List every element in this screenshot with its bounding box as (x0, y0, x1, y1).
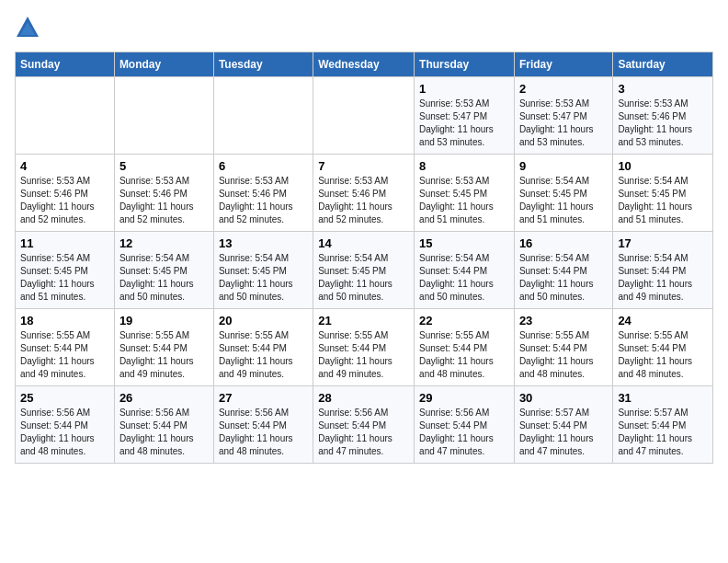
day-number: 28 (318, 391, 409, 405)
day-number: 4 (20, 159, 109, 173)
day-info: Sunrise: 5:55 AMSunset: 5:44 PMDaylight:… (519, 329, 608, 381)
day-number: 30 (519, 391, 608, 405)
calendar-cell: 9Sunrise: 5:54 AMSunset: 5:45 PMDaylight… (514, 155, 612, 232)
day-number: 17 (618, 236, 708, 250)
day-number: 5 (119, 159, 209, 173)
day-info: Sunrise: 5:56 AMSunset: 5:44 PMDaylight:… (419, 407, 509, 458)
calendar-cell: 27Sunrise: 5:56 AMSunset: 5:44 PMDayligh… (213, 386, 313, 464)
calendar-cell (114, 77, 213, 155)
calendar-cell: 11Sunrise: 5:54 AMSunset: 5:45 PMDayligh… (16, 232, 115, 309)
calendar-week-1: 1Sunrise: 5:53 AMSunset: 5:47 PMDaylight… (16, 77, 713, 155)
day-number: 22 (419, 314, 509, 327)
day-number: 16 (519, 236, 608, 250)
day-number: 19 (119, 314, 209, 327)
day-number: 18 (20, 314, 109, 327)
calendar-cell (213, 77, 313, 155)
day-info: Sunrise: 5:53 AMSunset: 5:46 PMDaylight:… (20, 175, 109, 226)
day-info: Sunrise: 5:53 AMSunset: 5:46 PMDaylight:… (618, 98, 708, 149)
day-number: 9 (519, 159, 608, 173)
calendar-cell: 16Sunrise: 5:54 AMSunset: 5:44 PMDayligh… (514, 232, 612, 309)
day-header-thursday: Thursday (415, 52, 515, 77)
calendar-cell: 7Sunrise: 5:53 AMSunset: 5:46 PMDaylight… (313, 155, 415, 232)
day-info: Sunrise: 5:55 AMSunset: 5:44 PMDaylight:… (618, 329, 708, 381)
calendar-cell: 25Sunrise: 5:56 AMSunset: 5:44 PMDayligh… (16, 386, 115, 464)
day-info: Sunrise: 5:56 AMSunset: 5:44 PMDaylight:… (318, 407, 409, 458)
day-number: 11 (20, 236, 109, 250)
day-header-monday: Monday (114, 52, 213, 77)
day-info: Sunrise: 5:54 AMSunset: 5:45 PMDaylight:… (119, 252, 209, 304)
day-header-saturday: Saturday (613, 52, 713, 77)
day-info: Sunrise: 5:55 AMSunset: 5:44 PMDaylight:… (219, 329, 308, 381)
calendar-cell: 6Sunrise: 5:53 AMSunset: 5:46 PMDaylight… (213, 155, 313, 232)
calendar-cell: 13Sunrise: 5:54 AMSunset: 5:45 PMDayligh… (213, 232, 313, 309)
day-number: 26 (119, 391, 209, 405)
day-number: 15 (419, 236, 509, 250)
calendar-week-3: 11Sunrise: 5:54 AMSunset: 5:45 PMDayligh… (16, 232, 713, 309)
calendar-cell: 28Sunrise: 5:56 AMSunset: 5:44 PMDayligh… (313, 386, 415, 464)
calendar-cell: 15Sunrise: 5:54 AMSunset: 5:44 PMDayligh… (415, 232, 515, 309)
day-number: 20 (219, 314, 308, 327)
day-info: Sunrise: 5:54 AMSunset: 5:45 PMDaylight:… (618, 175, 708, 226)
calendar-cell: 1Sunrise: 5:53 AMSunset: 5:47 PMDaylight… (415, 77, 515, 155)
day-info: Sunrise: 5:53 AMSunset: 5:46 PMDaylight:… (219, 175, 308, 226)
logo (15, 15, 44, 40)
day-info: Sunrise: 5:55 AMSunset: 5:44 PMDaylight:… (119, 329, 209, 381)
calendar-cell (313, 77, 415, 155)
calendar-cell: 23Sunrise: 5:55 AMSunset: 5:44 PMDayligh… (514, 309, 612, 386)
day-info: Sunrise: 5:54 AMSunset: 5:44 PMDaylight:… (618, 252, 708, 304)
calendar-week-2: 4Sunrise: 5:53 AMSunset: 5:46 PMDaylight… (16, 155, 713, 232)
day-info: Sunrise: 5:53 AMSunset: 5:46 PMDaylight:… (119, 175, 209, 226)
day-info: Sunrise: 5:53 AMSunset: 5:46 PMDaylight:… (318, 175, 409, 226)
day-info: Sunrise: 5:53 AMSunset: 5:47 PMDaylight:… (419, 98, 509, 149)
calendar-cell: 24Sunrise: 5:55 AMSunset: 5:44 PMDayligh… (613, 309, 713, 386)
day-info: Sunrise: 5:56 AMSunset: 5:44 PMDaylight:… (20, 407, 109, 458)
calendar-cell: 8Sunrise: 5:53 AMSunset: 5:45 PMDaylight… (415, 155, 515, 232)
day-info: Sunrise: 5:55 AMSunset: 5:44 PMDaylight:… (20, 329, 109, 381)
day-number: 27 (219, 391, 308, 405)
page-header (15, 15, 713, 40)
day-number: 12 (119, 236, 209, 250)
calendar-cell: 19Sunrise: 5:55 AMSunset: 5:44 PMDayligh… (114, 309, 213, 386)
day-info: Sunrise: 5:57 AMSunset: 5:44 PMDaylight:… (618, 407, 708, 458)
day-number: 23 (519, 314, 608, 327)
calendar-cell: 29Sunrise: 5:56 AMSunset: 5:44 PMDayligh… (415, 386, 515, 464)
day-info: Sunrise: 5:54 AMSunset: 5:45 PMDaylight:… (219, 252, 308, 304)
day-header-tuesday: Tuesday (213, 52, 313, 77)
day-number: 3 (618, 82, 708, 96)
day-info: Sunrise: 5:54 AMSunset: 5:44 PMDaylight:… (419, 252, 509, 304)
calendar-cell: 3Sunrise: 5:53 AMSunset: 5:46 PMDaylight… (613, 77, 713, 155)
day-info: Sunrise: 5:53 AMSunset: 5:45 PMDaylight:… (419, 175, 509, 226)
calendar-cell: 12Sunrise: 5:54 AMSunset: 5:45 PMDayligh… (114, 232, 213, 309)
day-info: Sunrise: 5:54 AMSunset: 5:44 PMDaylight:… (519, 252, 608, 304)
day-number: 6 (219, 159, 308, 173)
calendar-cell: 30Sunrise: 5:57 AMSunset: 5:44 PMDayligh… (514, 386, 612, 464)
day-number: 7 (318, 159, 409, 173)
calendar-cell: 21Sunrise: 5:55 AMSunset: 5:44 PMDayligh… (313, 309, 415, 386)
calendar-cell: 26Sunrise: 5:56 AMSunset: 5:44 PMDayligh… (114, 386, 213, 464)
day-number: 21 (318, 314, 409, 327)
calendar-week-5: 25Sunrise: 5:56 AMSunset: 5:44 PMDayligh… (16, 386, 713, 464)
day-number: 2 (519, 82, 608, 96)
calendar-cell (16, 77, 115, 155)
day-number: 24 (618, 314, 708, 327)
calendar-cell: 4Sunrise: 5:53 AMSunset: 5:46 PMDaylight… (16, 155, 115, 232)
day-header-sunday: Sunday (16, 52, 115, 77)
calendar-table: SundayMondayTuesdayWednesdayThursdayFrid… (15, 52, 713, 464)
calendar-cell: 20Sunrise: 5:55 AMSunset: 5:44 PMDayligh… (213, 309, 313, 386)
day-number: 10 (618, 159, 708, 173)
day-number: 13 (219, 236, 308, 250)
calendar-cell: 5Sunrise: 5:53 AMSunset: 5:46 PMDaylight… (114, 155, 213, 232)
day-info: Sunrise: 5:56 AMSunset: 5:44 PMDaylight:… (219, 407, 308, 458)
day-info: Sunrise: 5:53 AMSunset: 5:47 PMDaylight:… (519, 98, 608, 149)
calendar-week-4: 18Sunrise: 5:55 AMSunset: 5:44 PMDayligh… (16, 309, 713, 386)
day-number: 31 (618, 391, 708, 405)
day-number: 8 (419, 159, 509, 173)
day-info: Sunrise: 5:55 AMSunset: 5:44 PMDaylight:… (419, 329, 509, 381)
calendar-cell: 18Sunrise: 5:55 AMSunset: 5:44 PMDayligh… (16, 309, 115, 386)
day-info: Sunrise: 5:54 AMSunset: 5:45 PMDaylight:… (318, 252, 409, 304)
day-info: Sunrise: 5:54 AMSunset: 5:45 PMDaylight:… (519, 175, 608, 226)
logo-icon (15, 15, 40, 40)
calendar-cell: 22Sunrise: 5:55 AMSunset: 5:44 PMDayligh… (415, 309, 515, 386)
day-info: Sunrise: 5:56 AMSunset: 5:44 PMDaylight:… (119, 407, 209, 458)
day-header-friday: Friday (514, 52, 612, 77)
